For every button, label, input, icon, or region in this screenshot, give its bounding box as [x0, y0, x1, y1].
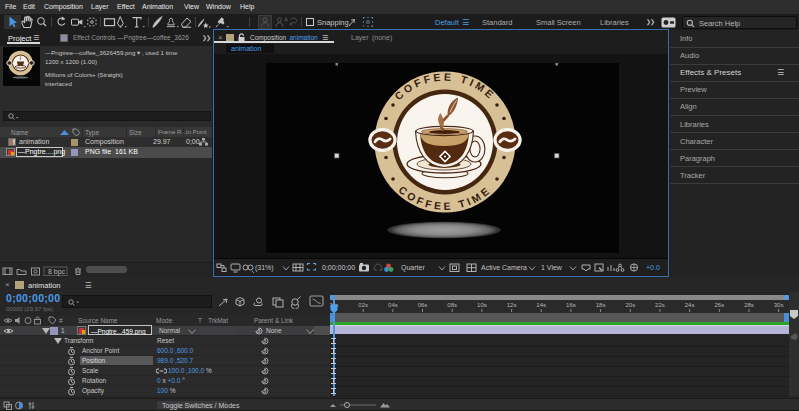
- svg-text:Active Camera: Active Camera: [481, 264, 527, 271]
- svg-text:02s: 02s: [358, 302, 368, 308]
- svg-text:04s: 04s: [388, 302, 398, 308]
- svg-text:+0.0: +0.0: [646, 264, 660, 271]
- svg-text:30s: 30s: [774, 302, 784, 308]
- svg-text:26s: 26s: [714, 302, 724, 308]
- svg-text:Quarter: Quarter: [401, 264, 425, 272]
- svg-text:(31%): (31%): [255, 264, 274, 272]
- svg-text:24s: 24s: [685, 302, 695, 308]
- svg-text:14s: 14s: [536, 302, 546, 308]
- svg-text:12s: 12s: [507, 302, 517, 308]
- svg-text:0;00;00;00: 0;00;00;00: [322, 264, 355, 271]
- svg-text:8 bpc: 8 bpc: [48, 267, 66, 275]
- svg-text:28s: 28s: [744, 302, 754, 308]
- svg-text:20s: 20s: [625, 302, 635, 308]
- svg-text:06s: 06s: [418, 302, 428, 308]
- svg-text:08s: 08s: [447, 302, 457, 308]
- svg-text:16s: 16s: [566, 302, 576, 308]
- svg-text:10s: 10s: [477, 302, 487, 308]
- svg-text:1 View: 1 View: [541, 264, 563, 271]
- svg-text:22s: 22s: [655, 302, 665, 308]
- svg-text:18s: 18s: [596, 302, 606, 308]
- svg-text:Snapping: Snapping: [317, 18, 349, 27]
